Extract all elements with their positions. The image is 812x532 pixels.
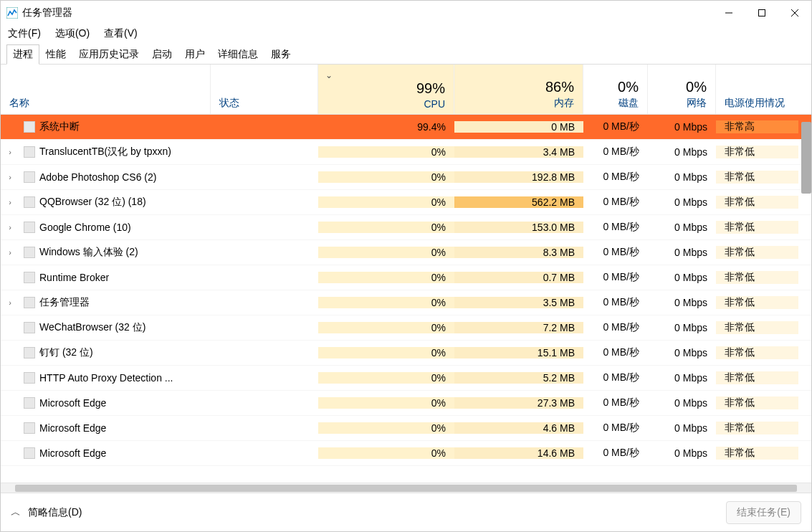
col-header-name[interactable]: 名称 [1,65,211,114]
cell-network: 0 Mbps [648,397,716,409]
process-icon [24,121,35,133]
cell-cpu: 0% [318,447,454,459]
col-header-cpu[interactable]: ⌄ 99% CPU [318,65,454,114]
process-name: QQBrowser (32 位) (18) [39,196,146,209]
cell-cpu: 0% [318,372,454,384]
cell-disk: 0 MB/秒 [583,246,648,259]
window-title: 任务管理器 [22,6,72,19]
cell-network: 0 Mbps [648,347,716,358]
menu-file[interactable]: 文件(F) [8,27,41,40]
process-row[interactable]: ›QQBrowser (32 位) (18)0%562.2 MB0 MB/秒0 … [1,190,811,215]
cell-memory: 0.7 MB [454,272,583,283]
process-row[interactable]: Microsoft Edge0%14.6 MB0 MB/秒0 Mbps非常低 [1,441,811,466]
cell-name: HTTP Auto Proxy Detection ... [1,372,211,384]
cell-memory: 153.0 MB [454,222,583,233]
tab-1[interactable]: 性能 [39,44,72,64]
process-icon [24,322,35,333]
cell-cpu: 0% [318,422,454,434]
horizontal-scrollbar[interactable] [1,483,811,493]
close-button[interactable] [778,1,811,24]
expand-icon[interactable]: › [1,148,19,156]
process-row[interactable]: Microsoft Edge0%4.6 MB0 MB/秒0 Mbps非常低 [1,416,811,441]
process-name: Windows 输入体验 (2) [39,246,138,259]
cell-cpu: 0% [318,146,454,158]
expand-icon[interactable]: › [1,248,19,257]
cell-cpu: 0% [318,297,454,308]
tab-3[interactable]: 启动 [145,44,178,64]
table-body: 系统中断99.4%0 MB0 MB/秒0 Mbps非常高›Translucent… [1,115,811,483]
tab-6[interactable]: 服务 [264,44,297,64]
scrollbar-thumb[interactable] [15,485,797,492]
cell-power: 非常低 [716,146,798,158]
col-header-power[interactable]: 电源使用情况 [716,65,798,114]
col-header-network[interactable]: 0% 网络 [648,65,716,114]
cell-power: 非常低 [716,422,798,434]
minimize-button[interactable] [712,1,745,24]
process-icon [24,347,35,358]
cell-memory: 0 MB [454,121,583,133]
cell-memory: 4.6 MB [454,422,583,434]
process-name: 系统中断 [39,120,80,133]
expand-icon[interactable]: › [1,223,19,232]
process-row[interactable]: ›TranslucentTB(汉化 by tpxxn)0%3.4 MB0 MB/… [1,140,811,165]
process-row[interactable]: ›任务管理器0%3.5 MB0 MB/秒0 Mbps非常低 [1,290,811,315]
cell-network: 0 Mbps [648,222,716,233]
cell-power: 非常低 [716,321,798,334]
process-icon [24,196,35,208]
process-row[interactable]: ›Adobe Photoshop CS6 (2)0%192.8 MB0 MB/秒… [1,165,811,190]
menu-options[interactable]: 选项(O) [55,27,90,40]
process-row[interactable]: HTTP Auto Proxy Detection ...0%5.2 MB0 M… [1,366,811,391]
cell-memory: 5.2 MB [454,372,583,384]
process-row[interactable]: 钉钉 (32 位)0%15.1 MB0 MB/秒0 Mbps非常低 [1,341,811,366]
svg-rect-2 [759,9,765,16]
tab-5[interactable]: 详细信息 [211,44,264,64]
cell-power: 非常低 [716,271,798,284]
vertical-scrollbar[interactable] [801,122,811,194]
col-header-disk[interactable]: 0% 磁盘 [583,65,648,114]
cell-power: 非常低 [716,447,798,460]
cell-network: 0 Mbps [648,272,716,283]
process-row[interactable]: Microsoft Edge0%27.3 MB0 MB/秒0 Mbps非常低 [1,391,811,416]
tab-0[interactable]: 进程 [6,44,39,65]
expand-icon[interactable]: › [1,298,19,307]
cell-name: ›TranslucentTB(汉化 by tpxxn) [1,146,211,158]
process-icon [24,297,35,308]
cell-disk: 0 MB/秒 [583,346,648,359]
process-row[interactable]: 系统中断99.4%0 MB0 MB/秒0 Mbps非常高 [1,115,811,140]
brief-info-toggle[interactable]: ︿ 简略信息(D) [11,506,82,519]
cell-name: Runtime Broker [1,272,211,283]
cell-memory: 14.6 MB [454,447,583,459]
cell-name: WeChatBrowser (32 位) [1,321,211,334]
menu-view[interactable]: 查看(V) [104,27,138,40]
process-row[interactable]: ›Google Chrome (10)0%153.0 MB0 MB/秒0 Mbp… [1,215,811,240]
process-icon [24,272,35,283]
tab-2[interactable]: 应用历史记录 [72,44,145,64]
cell-power: 非常低 [716,171,798,184]
cell-network: 0 Mbps [648,422,716,434]
expand-icon[interactable]: › [1,173,19,181]
process-row[interactable]: Runtime Broker0%0.7 MB0 MB/秒0 Mbps非常低 [1,265,811,290]
process-row[interactable]: ›Windows 输入体验 (2)0%8.3 MB0 MB/秒0 Mbps非常低 [1,240,811,265]
col-header-memory[interactable]: 86% 内存 [454,65,583,114]
process-name: Microsoft Edge [39,422,106,434]
cell-network: 0 Mbps [648,171,716,183]
tab-4[interactable]: 用户 [178,44,211,64]
app-icon [6,7,18,19]
table-header: 名称 状态 ⌄ 99% CPU 86% 内存 0% 磁盘 0% 网络 [1,65,811,115]
process-icon [24,222,35,233]
process-icon [24,247,35,258]
process-name: HTTP Auto Proxy Detection ... [39,372,173,384]
expand-icon[interactable]: › [1,198,19,206]
process-icon [24,146,35,158]
cell-disk: 0 MB/秒 [583,396,648,409]
cell-memory: 3.4 MB [454,146,583,158]
maximize-button[interactable] [745,1,778,24]
cell-name: Microsoft Edge [1,397,211,409]
end-task-button[interactable]: 结束任务(E) [726,501,801,524]
process-row[interactable]: WeChatBrowser (32 位)0%7.2 MB0 MB/秒0 Mbps… [1,315,811,341]
process-icon [24,372,35,384]
cell-cpu: 0% [318,397,454,409]
cell-cpu: 0% [318,322,454,333]
col-header-status[interactable]: 状态 [211,65,318,114]
cell-network: 0 Mbps [648,447,716,459]
